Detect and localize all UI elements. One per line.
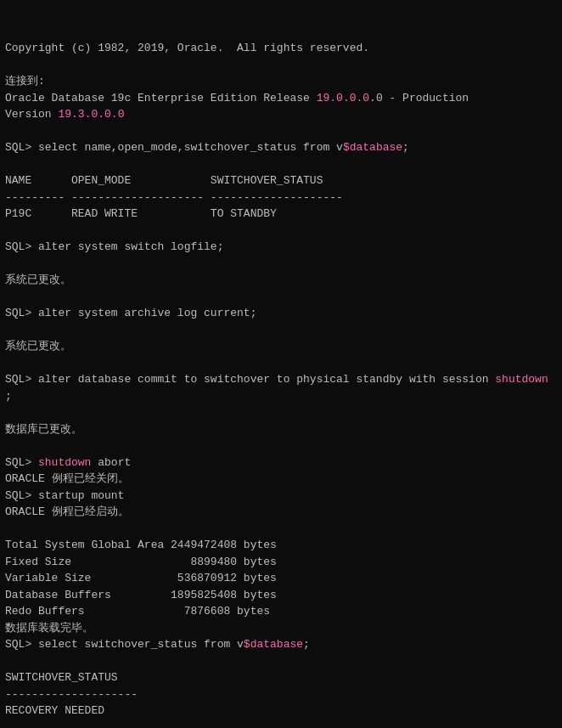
terminal-line: 数据库装载完毕。 xyxy=(5,620,557,637)
terminal-line: P19C READ WRITE TO STANDBY xyxy=(5,206,557,223)
terminal-line: --------- -------------------- ---------… xyxy=(5,189,557,206)
terminal-text: .0 - Production xyxy=(369,92,469,104)
terminal-line xyxy=(5,156,557,173)
terminal-text: ; xyxy=(5,390,12,403)
terminal-line xyxy=(5,355,557,372)
terminal-text: Oracle Database 19c Enterprise Edition R… xyxy=(5,92,317,104)
terminal-text: ; xyxy=(303,638,310,651)
terminal-line: NAME OPEN_MODE SWITCHOVER_STATUS xyxy=(5,172,557,189)
terminal-line: ; xyxy=(5,388,557,405)
terminal-text: abort xyxy=(91,456,131,469)
terminal-text: 19.0.0.0 xyxy=(317,92,369,104)
terminal-line xyxy=(5,322,557,339)
terminal-text: 19.3.0.0.0 xyxy=(58,108,124,121)
terminal-text: ORACLE 例程已经关闭。 xyxy=(5,472,129,485)
terminal-line: Variable Size 536870912 bytes xyxy=(5,570,557,587)
terminal-text: Database Buffers 1895825408 bytes xyxy=(5,589,277,601)
terminal-text: SWITCHOVER_STATUS xyxy=(5,671,118,684)
terminal-container: Copyright (c) 1982, 2019, Oracle. All ri… xyxy=(5,7,557,728)
terminal-line: 连接到: xyxy=(5,73,557,90)
terminal-text: shutdown xyxy=(495,373,548,386)
terminal-line xyxy=(5,289,557,306)
terminal-text: ; xyxy=(402,141,409,154)
terminal-text: 数据库已更改。 xyxy=(5,423,82,436)
terminal-text: Fixed Size 8899480 bytes xyxy=(5,556,277,568)
terminal-text: shutdown xyxy=(38,456,91,469)
terminal-text: ORACLE 例程已经启动。 xyxy=(5,505,129,518)
terminal-line xyxy=(5,521,557,538)
terminal-line xyxy=(5,404,557,421)
terminal-line xyxy=(5,653,557,670)
terminal-line: Oracle Database 19c Enterprise Edition R… xyxy=(5,90,557,107)
terminal-text: 连接到: xyxy=(5,75,45,87)
terminal-line: 系统已更改。 xyxy=(5,272,557,289)
terminal-text: NAME OPEN_MODE SWITCHOVER_STATUS xyxy=(5,174,323,187)
terminal-text: $database xyxy=(244,638,303,651)
terminal-line: ORACLE 例程已经启动。 xyxy=(5,504,557,521)
terminal-output: Copyright (c) 1982, 2019, Oracle. All ri… xyxy=(5,40,557,728)
terminal-line: SQL> alter system archive log current; xyxy=(5,305,557,322)
terminal-line: SQL> select name,open_mode,switchover_st… xyxy=(5,139,557,156)
terminal-line: Total System Global Area 2449472408 byte… xyxy=(5,537,557,554)
terminal-line: SQL> shutdown abort xyxy=(5,454,557,471)
terminal-line xyxy=(5,256,557,273)
terminal-line xyxy=(5,720,557,729)
terminal-line: SQL> alter system switch logfile; xyxy=(5,239,557,256)
terminal-line: SWITCHOVER_STATUS xyxy=(5,669,557,686)
terminal-text: SQL> startup mount xyxy=(5,489,124,502)
terminal-line: -------------------- xyxy=(5,686,557,703)
terminal-line: Database Buffers 1895825408 bytes xyxy=(5,587,557,604)
terminal-text: Redo Buffers 7876608 bytes xyxy=(5,605,270,618)
terminal-line: Fixed Size 8899480 bytes xyxy=(5,554,557,571)
terminal-text: SQL> select name,open_mode,switchover_st… xyxy=(5,141,343,154)
terminal-text: 数据库装载完毕。 xyxy=(5,622,93,635)
terminal-line: ORACLE 例程已经关闭。 xyxy=(5,471,557,488)
terminal-text: Copyright (c) 1982, 2019, Oracle. All ri… xyxy=(5,42,369,54)
terminal-line: Version 19.3.0.0.0 xyxy=(5,106,557,123)
terminal-text: SQL> alter system archive log current; xyxy=(5,307,256,319)
terminal-line xyxy=(5,123,557,140)
terminal-text: -------------------- xyxy=(5,688,138,701)
terminal-text: SQL> alter database commit to switchover… xyxy=(5,373,495,386)
terminal-line: SQL> startup mount xyxy=(5,488,557,505)
terminal-text: SQL> alter system switch logfile; xyxy=(5,240,223,253)
terminal-text: Variable Size 536870912 bytes xyxy=(5,572,277,584)
terminal-text: SQL> xyxy=(5,456,38,469)
terminal-line: SQL> select switchover_status from v$dat… xyxy=(5,636,557,653)
terminal-line: Copyright (c) 1982, 2019, Oracle. All ri… xyxy=(5,40,557,57)
terminal-line xyxy=(5,437,557,454)
terminal-line: Redo Buffers 7876608 bytes xyxy=(5,603,557,620)
terminal-line: 数据库已更改。 xyxy=(5,421,557,438)
terminal-text: 系统已更改。 xyxy=(5,274,71,286)
terminal-text: 系统已更改。 xyxy=(5,340,71,353)
terminal-text: Total System Global Area 2449472408 byte… xyxy=(5,539,277,551)
terminal-line xyxy=(5,57,557,74)
terminal-text: Version xyxy=(5,108,58,121)
terminal-line: RECOVERY NEEDED xyxy=(5,703,557,720)
terminal-text: P19C READ WRITE TO STANDBY xyxy=(5,207,277,220)
terminal-line: 系统已更改。 xyxy=(5,338,557,355)
terminal-text: RECOVERY NEEDED xyxy=(5,704,104,717)
terminal-text: $database xyxy=(343,141,402,154)
terminal-line xyxy=(5,223,557,240)
terminal-text: SQL> select switchover_status from v xyxy=(5,638,244,651)
terminal-line: SQL> alter database commit to switchover… xyxy=(5,371,557,388)
terminal-text: --------- -------------------- ---------… xyxy=(5,191,343,204)
